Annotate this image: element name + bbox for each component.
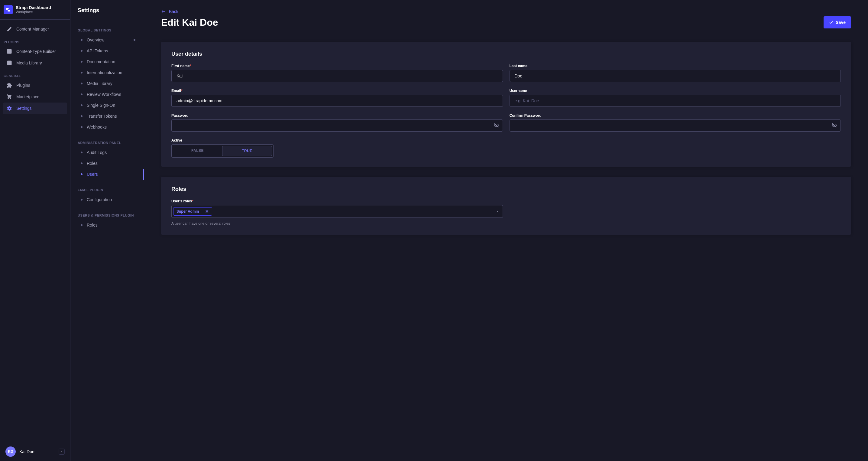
secondary-item-roles[interactable]: Roles <box>78 158 136 169</box>
svg-point-4 <box>8 62 9 62</box>
secondary-heading-email: Email Plugin <box>78 188 136 192</box>
first-name-input[interactable] <box>172 70 503 82</box>
last-name-input[interactable] <box>509 70 841 82</box>
image-icon <box>7 60 12 66</box>
layout-icon <box>7 49 12 54</box>
sidebar-primary: Strapi Dashboard Workplace Content Manag… <box>0 0 70 461</box>
secondary-heading-admin: Administration Panel <box>78 141 136 145</box>
secondary-item-overview[interactable]: Overview <box>78 34 136 46</box>
secondary-item-configuration[interactable]: Configuration <box>78 194 136 205</box>
secondary-item-documentation[interactable]: Documentation <box>78 56 136 67</box>
content-icon <box>7 26 12 32</box>
back-link[interactable]: Back <box>161 9 851 14</box>
nav-plugins[interactable]: Plugins <box>3 80 67 91</box>
email-input[interactable] <box>172 95 503 107</box>
chevron-down-icon[interactable] <box>496 210 499 213</box>
secondary-item-label: Roles <box>87 223 98 228</box>
sidebar-footer: KD Kai Doe <box>0 442 70 461</box>
username-input[interactable] <box>509 95 841 107</box>
brand-logo-icon <box>4 5 13 14</box>
secondary-item-label: Transfer Tokens <box>87 114 117 119</box>
gear-icon <box>7 106 12 111</box>
secondary-heading-users-perm: Users & Permissions Plugin <box>78 213 136 217</box>
username-label: Username <box>509 89 841 93</box>
secondary-item-sso[interactable]: Single Sign-On <box>78 100 136 111</box>
sidebar-secondary: Settings Global Settings Overview API To… <box>70 0 144 461</box>
secondary-item-label: Users <box>87 172 98 177</box>
secondary-heading-global: Global Settings <box>78 28 136 32</box>
svg-rect-0 <box>7 49 11 54</box>
nav-label: Content Manager <box>16 27 49 31</box>
email-label: Email* <box>172 89 503 93</box>
secondary-item-transfer-tokens[interactable]: Transfer Tokens <box>78 111 136 122</box>
secondary-item-label: Review Workflows <box>87 92 121 97</box>
nav-heading-plugins: Plugins <box>0 35 70 46</box>
arrow-left-icon <box>161 9 166 14</box>
cart-icon <box>7 94 12 99</box>
confirm-password-input[interactable] <box>509 119 841 132</box>
password-label: Password <box>172 113 503 118</box>
nav-label: Settings <box>16 106 32 111</box>
avatar[interactable]: KD <box>5 446 16 457</box>
secondary-item-label: Media Library <box>87 81 113 86</box>
nav-settings[interactable]: Settings <box>3 103 67 114</box>
brand-header[interactable]: Strapi Dashboard Workplace <box>0 0 70 20</box>
main-content: Back Edit Kai Doe Save User details Firs… <box>144 0 868 461</box>
indicator-dot-icon <box>133 39 135 41</box>
card-title: Roles <box>172 186 841 192</box>
secondary-item-webhooks[interactable]: Webhooks <box>78 122 136 133</box>
secondary-item-internationalization[interactable]: Internationalization <box>78 67 136 78</box>
remove-tag-icon[interactable]: ✕ <box>205 209 209 213</box>
secondary-item-label: Roles <box>87 161 98 166</box>
secondary-item-review-workflows[interactable]: Review Workflows <box>78 89 136 100</box>
nav-label: Content-Type Builder <box>16 49 56 54</box>
secondary-item-api-tokens[interactable]: API Tokens <box>78 46 136 56</box>
nav-content-manager[interactable]: Content Manager <box>3 23 67 35</box>
save-label: Save <box>836 20 846 25</box>
nav-label: Media Library <box>16 60 42 65</box>
nav-content-type-builder[interactable]: Content-Type Builder <box>3 46 67 57</box>
nav-marketplace[interactable]: Marketplace <box>3 91 67 103</box>
user-details-card: User details First name* Last name Email… <box>161 42 851 167</box>
save-button[interactable]: Save <box>824 16 851 28</box>
secondary-item-audit-logs[interactable]: Audit Logs <box>78 147 136 158</box>
secondary-item-media-library[interactable]: Media Library <box>78 78 136 89</box>
confirm-password-label: Confirm Password <box>509 113 841 118</box>
nav-label: Plugins <box>16 83 30 88</box>
nav-media-library[interactable]: Media Library <box>3 57 67 69</box>
users-roles-select[interactable]: Super Admin ✕ <box>172 205 503 218</box>
nav-heading-general: General <box>0 69 70 80</box>
last-name-label: Last name <box>509 64 841 68</box>
page-title: Edit Kai Doe <box>161 17 218 28</box>
eye-off-icon[interactable] <box>494 123 499 128</box>
role-tag-label: Super Admin <box>177 209 199 213</box>
eye-off-icon[interactable] <box>832 123 837 128</box>
brand-title: Strapi Dashboard <box>16 5 51 10</box>
puzzle-icon <box>7 83 12 88</box>
active-label: Active <box>172 138 503 142</box>
secondary-item-label: Audit Logs <box>87 150 107 155</box>
secondary-item-label: Documentation <box>87 59 115 64</box>
password-input[interactable] <box>172 119 503 132</box>
secondary-item-label: Configuration <box>87 197 112 202</box>
secondary-title: Settings <box>78 7 99 20</box>
roles-card: Roles User's roles* Super Admin ✕ A user… <box>161 177 851 235</box>
secondary-item-users[interactable]: Users <box>78 169 136 180</box>
card-title: User details <box>172 51 841 57</box>
active-toggle[interactable]: FALSE TRUE <box>172 144 274 157</box>
secondary-item-perm-roles[interactable]: Roles <box>78 220 136 231</box>
first-name-label: First name* <box>172 64 503 68</box>
roles-hint: A user can have one or several roles <box>172 222 503 226</box>
back-label: Back <box>169 9 178 14</box>
secondary-item-label: Overview <box>87 37 104 42</box>
check-icon <box>829 20 833 25</box>
brand-subtitle: Workplace <box>16 10 51 14</box>
secondary-item-label: API Tokens <box>87 49 108 53</box>
users-roles-label: User's roles* <box>172 199 503 203</box>
footer-username: Kai Doe <box>19 449 55 454</box>
toggle-false[interactable]: FALSE <box>173 146 222 156</box>
secondary-item-label: Single Sign-On <box>87 103 115 108</box>
nav-label: Marketplace <box>16 94 39 99</box>
collapse-sidebar-button[interactable] <box>59 449 65 455</box>
toggle-true[interactable]: TRUE <box>222 146 272 156</box>
